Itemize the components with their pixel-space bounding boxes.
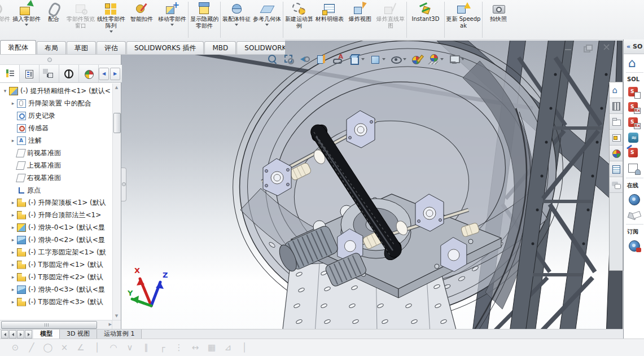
tree-item[interactable]: ▾ (-) 提升轿厢组件<1> (默认<: [0, 85, 121, 97]
partner-handshake-icon[interactable]: [628, 209, 641, 221]
tab-scroll-left-icon[interactable]: ◀: [99, 68, 109, 80]
sw-documentation-icon[interactable]: [628, 86, 641, 99]
3d-viewport[interactable]: X Z Y: [121, 41, 623, 334]
tree-item[interactable]: ▸ (-) 滑块-0<1> (默认<显: [0, 221, 121, 234]
zoom-to-fit-button[interactable]: [266, 53, 279, 65]
minimize-icon[interactable]: [563, 44, 574, 52]
commandmanager-tab[interactable]: 装配体: [0, 40, 36, 54]
first-tab-icon[interactable]: [1, 330, 8, 339]
expand-arrow-icon[interactable]: ▾: [1, 88, 9, 94]
tree-item[interactable]: ▸ 升降架装置 中的配合: [0, 97, 121, 109]
tree-item[interactable]: 右视基准面: [0, 172, 121, 184]
tree-item[interactable]: 上视基准面: [0, 159, 121, 172]
previous-view-button[interactable]: [299, 53, 312, 65]
view-orientation-button[interactable]: [348, 53, 365, 65]
tab-dimxpertmanager[interactable]: [59, 65, 79, 82]
apply-scene-button[interactable]: [427, 53, 444, 65]
sw-rx-icon[interactable]: Rx: [628, 102, 641, 114]
zoom-to-area-button[interactable]: [283, 53, 295, 65]
tab-appearances-scenes[interactable]: [610, 146, 623, 161]
bill-of-materials-button[interactable]: 材料明细表: [314, 0, 345, 39]
document-view-tab[interactable]: 3D 视图: [60, 329, 97, 339]
tree-item[interactable]: ▸ (-) 升降架顶板<1> (默认: [0, 196, 121, 209]
tree-horizontal-scrollbar[interactable]: ▶: [0, 320, 121, 329]
new-motion-study-button[interactable]: 新建运动算例: [284, 0, 314, 39]
tree-item[interactable]: 传感器: [0, 122, 121, 134]
edit-appearance-button[interactable]: [411, 53, 423, 65]
expand-arrow-icon[interactable]: ▸: [9, 225, 17, 230]
commandmanager-tab[interactable]: 草图: [67, 41, 96, 54]
move-component-button[interactable]: 移动零部件: [157, 0, 187, 39]
scrollbar-thumb[interactable]: [113, 113, 121, 133]
exploded-view-button[interactable]: 爆炸视图: [345, 0, 375, 39]
home-icon[interactable]: [628, 57, 641, 69]
tree-vertical-scrollbar[interactable]: ▲ ▼: [112, 83, 121, 320]
updates-icon[interactable]: [628, 132, 641, 144]
commandmanager-tab[interactable]: SOLIDWORKS 插件: [126, 41, 204, 54]
reference-geometry-button[interactable]: 参考几何体: [252, 0, 282, 39]
tab-custom-properties[interactable]: [610, 161, 623, 177]
tab-displaymanager[interactable]: [79, 65, 99, 82]
tab-scroll-right-icon[interactable]: ▶: [110, 68, 120, 80]
community-globe-icon[interactable]: [628, 194, 641, 206]
document-view-tab[interactable]: 运动算例 1: [97, 329, 142, 339]
expand-arrow-icon[interactable]: ▸: [9, 274, 17, 280]
scroll-up-icon[interactable]: ▲: [113, 83, 120, 91]
section-view-button[interactable]: [316, 53, 328, 65]
training-schedule-icon[interactable]: [628, 162, 641, 175]
restore-icon[interactable]: [582, 44, 593, 52]
expand-arrow-icon[interactable]: ▸: [9, 262, 17, 267]
instant3d-button[interactable]: Instant3D: [408, 0, 444, 39]
tree-item[interactable]: 原点: [0, 184, 121, 196]
tree-item[interactable]: 前视基准面: [0, 147, 121, 159]
hide-show-items-button[interactable]: [390, 53, 407, 65]
commandmanager-tab[interactable]: 评估: [97, 41, 126, 54]
mate-button[interactable]: 配合: [42, 0, 65, 39]
edit-component-button[interactable]: 编辑零部件: [0, 0, 11, 39]
tree-item[interactable]: ▸ (-) 滑块-0<2> (默认<显: [0, 234, 121, 246]
expand-arrow-icon[interactable]: ▸: [9, 287, 17, 292]
tree-item[interactable]: ▸ (-) T形固定件<2> (默认: [0, 271, 121, 283]
tab-file-explorer[interactable]: [610, 114, 623, 130]
last-tab-icon[interactable]: [25, 330, 32, 339]
next-tab-icon[interactable]: [17, 330, 24, 339]
tree-item[interactable]: ▸ (-) 升降台顶部法兰<1>: [0, 209, 121, 221]
tab-propertymanager[interactable]: [20, 65, 40, 82]
tab-solidworks-forum[interactable]: [610, 177, 623, 193]
annotations-visibility-button[interactable]: [332, 53, 344, 65]
document-view-tab[interactable]: 模型: [33, 329, 60, 339]
tab-configurationmanager[interactable]: [40, 65, 59, 82]
previous-tab-icon[interactable]: [9, 330, 16, 339]
show-hidden-components-button[interactable]: 显示隐藏的零部件: [189, 0, 220, 39]
expand-arrow-icon[interactable]: ▸: [9, 299, 17, 305]
component-preview-button[interactable]: 零部件预览窗口: [65, 0, 96, 39]
tree-item[interactable]: 历史记录: [0, 109, 121, 122]
tab-view-palette[interactable]: [610, 130, 623, 146]
collapse-icon[interactable]: «: [627, 43, 630, 50]
tree-item[interactable]: ▸ 注解: [0, 134, 121, 147]
commandmanager-tab[interactable]: MBD: [204, 41, 236, 54]
tab-design-library[interactable]: [610, 98, 623, 114]
expand-arrow-icon[interactable]: ▸: [9, 237, 17, 243]
expand-arrow-icon[interactable]: ▸: [9, 249, 17, 255]
assembly-features-button[interactable]: 装配体特征: [221, 0, 252, 39]
subscription-globe-icon[interactable]: [628, 240, 641, 252]
commandmanager-tab[interactable]: 布局: [37, 41, 66, 54]
tree-item[interactable]: ▸ (-) 工字形固定架<1> (默: [0, 246, 121, 258]
linear-pattern-button[interactable]: 线性零部件阵列: [96, 0, 126, 39]
panel-splitter-handle[interactable]: [121, 168, 126, 201]
explode-line-sketch-button[interactable]: 爆炸直线草图: [375, 0, 406, 39]
expand-arrow-icon[interactable]: ▸: [9, 100, 17, 106]
close-icon[interactable]: [601, 44, 612, 52]
take-snapshot-button[interactable]: 拍快照: [483, 0, 514, 39]
expand-arrow-icon[interactable]: ▸: [9, 212, 17, 218]
view-settings-button[interactable]: [448, 53, 465, 65]
sw-performance-icon[interactable]: Rx: [628, 117, 641, 129]
scroll-down-icon[interactable]: ▼: [113, 312, 120, 320]
scrollbar-thumb[interactable]: [1, 321, 97, 329]
sw-wizard-icon[interactable]: [628, 147, 641, 160]
commandmanager-tab[interactable]: SOLIDWORKS Inspection: [236, 41, 285, 54]
tab-featuremanager-design-tree[interactable]: [0, 65, 20, 82]
expand-arrow-icon[interactable]: ▸: [9, 138, 17, 143]
tab-solidworks-resources[interactable]: [610, 82, 623, 98]
